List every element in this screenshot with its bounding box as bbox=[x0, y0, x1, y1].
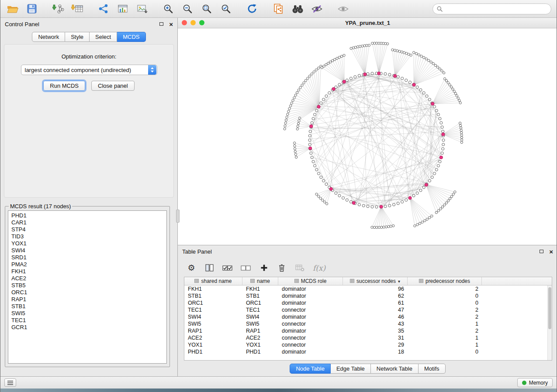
float-table-panel-button[interactable] bbox=[540, 250, 543, 253]
graph-dominator-node[interactable] bbox=[408, 196, 412, 199]
graph-node[interactable] bbox=[416, 192, 419, 194]
graph-node[interactable] bbox=[294, 144, 296, 147]
graph-node[interactable] bbox=[428, 98, 431, 101]
graph-node[interactable] bbox=[343, 54, 345, 56]
graph-node[interactable] bbox=[412, 194, 415, 197]
graph-dominator-node[interactable] bbox=[309, 147, 312, 150]
graph-node[interactable] bbox=[315, 109, 318, 112]
graph-node[interactable] bbox=[308, 143, 311, 146]
graph-node[interactable] bbox=[317, 67, 319, 69]
graph-dominator-node[interactable] bbox=[412, 83, 415, 86]
graph-node[interactable] bbox=[338, 56, 340, 58]
graph-node[interactable] bbox=[354, 76, 356, 78]
mcds-result-item[interactable]: ORC1 bbox=[11, 289, 166, 296]
graph-node[interactable] bbox=[346, 79, 348, 82]
graph-node[interactable] bbox=[428, 217, 430, 219]
table-row[interactable]: YOX1YOX1connector291 bbox=[184, 341, 552, 348]
network-window-titlebar[interactable]: YPA_prune.txt_1 bbox=[178, 18, 557, 28]
graph-node[interactable] bbox=[442, 130, 444, 133]
panel-splitter-handle[interactable] bbox=[176, 210, 180, 223]
graph-node[interactable] bbox=[367, 72, 369, 75]
graph-node[interactable] bbox=[450, 86, 452, 88]
graph-node[interactable] bbox=[298, 117, 301, 119]
zoom-window-button[interactable] bbox=[199, 20, 204, 25]
graph-node[interactable] bbox=[289, 105, 291, 107]
graph-node[interactable] bbox=[359, 45, 361, 48]
mcds-result-item[interactable]: STP4 bbox=[11, 226, 166, 233]
graph-node[interactable] bbox=[325, 95, 328, 97]
graph-node[interactable] bbox=[431, 176, 433, 179]
graph-node[interactable] bbox=[460, 129, 462, 131]
scrollbar-thumb[interactable] bbox=[548, 287, 551, 329]
graph-node[interactable] bbox=[322, 98, 325, 101]
table-row[interactable]: SWI5SWI5connector431 bbox=[184, 320, 552, 327]
graph-node[interactable] bbox=[311, 156, 313, 159]
mcds-result-item[interactable]: STB1 bbox=[11, 303, 166, 310]
run-mcds-button[interactable]: Run MCDS bbox=[43, 81, 85, 91]
status-menu-button[interactable] bbox=[4, 378, 16, 387]
graph-node[interactable] bbox=[441, 206, 443, 208]
graph-node[interactable] bbox=[435, 168, 438, 171]
network-merge-button[interactable] bbox=[271, 2, 285, 16]
graph-dominator-node[interactable] bbox=[425, 183, 428, 186]
graph-node[interactable] bbox=[294, 153, 297, 155]
graph-node[interactable] bbox=[408, 81, 411, 83]
graph-node[interactable] bbox=[416, 224, 419, 226]
graph-node[interactable] bbox=[323, 201, 325, 203]
graph-node[interactable] bbox=[362, 204, 365, 207]
graph-dominator-node[interactable] bbox=[380, 205, 383, 208]
graph-node[interactable] bbox=[460, 139, 463, 141]
graph-node[interactable] bbox=[286, 116, 288, 118]
apply-layout-button[interactable] bbox=[245, 2, 259, 16]
graph-dominator-node[interactable] bbox=[377, 72, 381, 75]
graph-node[interactable] bbox=[421, 221, 423, 223]
graph-node[interactable] bbox=[419, 189, 422, 192]
graph-node[interactable] bbox=[354, 46, 356, 48]
graph-node[interactable] bbox=[296, 91, 298, 93]
graph-node[interactable] bbox=[390, 225, 392, 227]
show-columns-button[interactable] bbox=[204, 263, 214, 273]
graph-node[interactable] bbox=[338, 83, 341, 86]
graph-dominator-node[interactable] bbox=[332, 87, 335, 90]
table-row[interactable]: TEC1TEC1connector472 bbox=[184, 306, 552, 313]
graph-node[interactable] bbox=[322, 179, 325, 182]
mcds-result-item[interactable]: ACE2 bbox=[11, 275, 166, 282]
column-header-successor-nodes[interactable]: successor nodes▾ bbox=[343, 277, 408, 285]
graph-node[interactable] bbox=[397, 202, 399, 205]
graph-node[interactable] bbox=[315, 168, 318, 171]
graph-node[interactable] bbox=[401, 51, 403, 53]
graph-node[interactable] bbox=[452, 88, 454, 90]
graph-node[interactable] bbox=[294, 148, 296, 150]
select-all-columns-button[interactable] bbox=[222, 263, 232, 273]
minimize-window-button[interactable] bbox=[190, 20, 196, 25]
graph-node[interactable] bbox=[424, 220, 426, 222]
graph-node[interactable] bbox=[291, 102, 293, 104]
graph-node[interactable] bbox=[313, 71, 315, 73]
graph-node[interactable] bbox=[311, 73, 313, 75]
graph-node[interactable] bbox=[310, 152, 312, 155]
graph-node[interactable] bbox=[325, 64, 327, 66]
graph-node[interactable] bbox=[371, 206, 374, 208]
graph-node[interactable] bbox=[338, 194, 341, 197]
graph-node[interactable] bbox=[439, 68, 441, 70]
export-image-button[interactable] bbox=[135, 2, 149, 16]
graph-node[interactable] bbox=[434, 64, 436, 66]
mcds-result-item[interactable]: CAR1 bbox=[11, 219, 166, 226]
graph-node[interactable] bbox=[391, 49, 394, 51]
graph-node[interactable] bbox=[422, 92, 425, 94]
mcds-result-item[interactable]: SWI4 bbox=[11, 247, 166, 254]
graph-node[interactable] bbox=[426, 218, 428, 220]
graph-node[interactable] bbox=[325, 183, 328, 186]
graph-node[interactable] bbox=[304, 79, 307, 82]
open-session-button[interactable] bbox=[6, 2, 20, 16]
graph-node[interactable] bbox=[312, 160, 315, 163]
function-builder-button[interactable]: f(x) bbox=[313, 263, 325, 273]
graph-node[interactable] bbox=[384, 205, 387, 208]
graph-node[interactable] bbox=[460, 136, 463, 138]
graph-node[interactable] bbox=[328, 92, 331, 94]
graph-node[interactable] bbox=[452, 193, 454, 195]
graph-node[interactable] bbox=[376, 226, 378, 228]
graph-node[interactable] bbox=[433, 172, 436, 175]
graph-node[interactable] bbox=[373, 226, 375, 228]
graph-dominator-node[interactable] bbox=[442, 133, 445, 136]
